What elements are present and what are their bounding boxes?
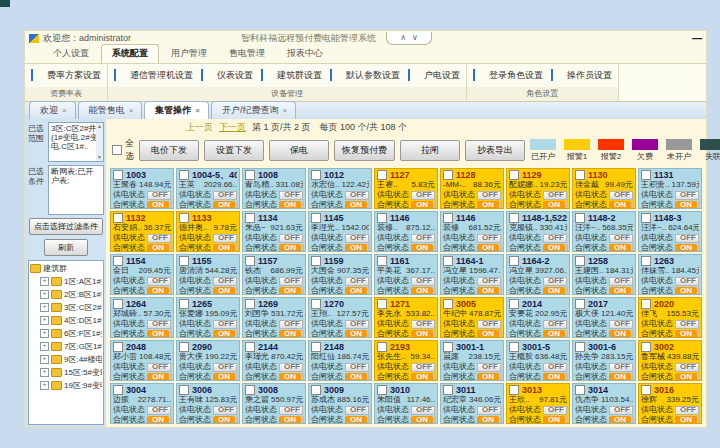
expand-icon[interactable]: + xyxy=(40,381,49,390)
tree-item[interactable]: + 4区:D区1#井(D区 xyxy=(30,315,102,326)
expand-icon[interactable]: + xyxy=(40,342,49,351)
meter-card[interactable]: 2148 阳红仙 186.74元 供电状态 OFF 合闸状态 ON xyxy=(308,340,372,381)
document-tab[interactable]: 开户/纪费查询 × xyxy=(211,101,296,119)
meter-checkbox[interactable] xyxy=(575,213,585,223)
meter-card[interactable]: 2020 佳飞 155.53元 供电状态 OFF 合闸状态 ON xyxy=(638,297,702,338)
meter-checkbox[interactable] xyxy=(509,299,519,309)
ribbon-collapse-control[interactable]: ∧ ∨ xyxy=(386,32,432,45)
meter-checkbox[interactable] xyxy=(179,213,189,223)
on-badge[interactable]: ON xyxy=(543,287,565,296)
meter-card[interactable]: 3014 仇杰争 1103.54.. 供电状态 OFF 合闸状态 ON xyxy=(572,383,636,424)
on-badge[interactable]: ON xyxy=(411,373,433,382)
on-badge[interactable]: ON xyxy=(147,201,169,210)
meter-checkbox[interactable] xyxy=(311,213,321,223)
meter-checkbox[interactable] xyxy=(245,170,255,180)
meter-checkbox[interactable] xyxy=(179,342,189,352)
on-badge[interactable]: ON xyxy=(279,373,301,382)
expand-icon[interactable]: + xyxy=(40,316,49,325)
on-badge[interactable]: ON xyxy=(477,373,499,382)
meter-card[interactable]: 3013 王欣.. 97.81元 供电状态 OFF 合闸状态 ON xyxy=(506,383,570,424)
on-badge[interactable]: ON xyxy=(279,287,301,296)
expand-icon[interactable]: + xyxy=(40,277,49,286)
meter-card[interactable]: 3010 朱阳值 117.46.. 供电状态 OFF 合闸状态 ON xyxy=(374,383,438,424)
meter-card[interactable]: 3008 乘之篇 550.97元 供电状态 OFF 合闸状态 ON xyxy=(242,383,306,424)
meter-card[interactable]: 1132 石安娟.. 36.37元 供电状态 OFF 合闸状态 ON xyxy=(110,211,174,252)
meter-card[interactable]: 1127 王睿.. 5.83元 供电状态 OFF 合闸状态 ON xyxy=(374,168,438,209)
close-icon[interactable]: × xyxy=(283,106,288,115)
on-badge[interactable]: ON xyxy=(543,244,565,253)
on-badge[interactable]: ON xyxy=(147,287,169,296)
meter-checkbox[interactable] xyxy=(509,213,519,223)
meter-card[interactable]: 3001-1 晨露 238.15元 供电状态 OFF 合闸状态 ON xyxy=(440,340,504,381)
meter-checkbox[interactable] xyxy=(377,170,387,180)
meter-card[interactable]: 3005 牛纪中 478.87元 供电状态 OFF 合闸状态 ON xyxy=(440,297,504,338)
meter-checkbox[interactable] xyxy=(641,299,651,309)
on-badge[interactable]: ON xyxy=(147,416,169,425)
meter-checkbox[interactable] xyxy=(377,256,387,266)
meter-checkbox[interactable] xyxy=(443,213,453,223)
meter-card[interactable]: 1003 王聚春 148.94元 供电状态 OFF 合闸状态 ON xyxy=(110,168,174,209)
ribbon-button[interactable]: 费率方案设置 xyxy=(31,69,101,82)
scroll-up-icon[interactable]: ▲ xyxy=(97,124,102,129)
meter-checkbox[interactable] xyxy=(311,385,321,395)
close-icon[interactable]: × xyxy=(195,106,200,115)
menu-tab-3[interactable]: 售电管理 xyxy=(219,45,275,63)
meter-card[interactable]: 1270 王翔.. 127.57元 供电状态 OFF 合闸状态 ON xyxy=(308,297,372,338)
meter-checkbox[interactable] xyxy=(575,299,585,309)
meter-checkbox[interactable] xyxy=(377,342,387,352)
meter-checkbox[interactable] xyxy=(443,385,453,395)
meter-card[interactable]: 3001-5 王概胶 636.48元 供电状态 OFF 合闸状态 ON xyxy=(506,340,570,381)
scroll-down-icon[interactable]: ▼ xyxy=(97,155,102,160)
meter-checkbox[interactable] xyxy=(311,170,321,180)
meter-card[interactable]: 1157 铁杰 686.99元 供电状态 OFF 合闸状态 ON xyxy=(242,254,306,295)
ribbon-button[interactable]: 默认参数设置 xyxy=(330,69,400,82)
on-badge[interactable]: ON xyxy=(411,201,433,210)
on-badge[interactable]: ON xyxy=(345,244,367,253)
meter-card[interactable]: 1012 水宏信.. 122.42元 供电状态 OFF 合闸状态 ON xyxy=(308,168,372,209)
prev-page-link[interactable]: 上一页 xyxy=(186,121,213,134)
meter-checkbox[interactable] xyxy=(245,385,255,395)
expand-icon[interactable]: + xyxy=(40,290,49,299)
tree-item[interactable]: + 1区:A区1#井 xyxy=(30,276,102,287)
meter-checkbox[interactable] xyxy=(443,342,453,352)
meter-card[interactable]: 1271 李先永 533.82.. 供电状态 OFF 合闸状态 ON xyxy=(374,297,438,338)
meter-card[interactable]: 1164-1 冯立星 1596.47.. 供电状态 OFF 合闸状态 ON xyxy=(440,254,504,295)
choose-filter-button[interactable]: 点击选择过滤条件 xyxy=(29,218,103,235)
on-badge[interactable]: ON xyxy=(609,373,631,382)
on-badge[interactable]: ON xyxy=(477,201,499,210)
meter-checkbox[interactable] xyxy=(641,213,651,223)
meter-card[interactable]: 1161 平美花 367.17.. 供电状态 OFF 合闸状态 ON xyxy=(374,254,438,295)
meter-checkbox[interactable] xyxy=(179,385,189,395)
meter-card[interactable]: 1148-2 汪洋~.. 568.35元 供电状态 OFF 合闸状态 ON xyxy=(572,211,636,252)
meter-checkbox[interactable] xyxy=(443,299,453,309)
on-badge[interactable]: ON xyxy=(543,330,565,339)
on-badge[interactable]: ON xyxy=(675,373,697,382)
toolbar-button[interactable]: 抄表导出 xyxy=(465,140,525,161)
meter-checkbox[interactable] xyxy=(113,299,123,309)
on-badge[interactable]: ON xyxy=(675,416,697,425)
meter-card[interactable]: 1128 -MM-.. 88.36元 供电状态 OFF 合闸状态 ON xyxy=(440,168,504,209)
document-tab[interactable]: 集管操作 × xyxy=(144,101,209,119)
meter-checkbox[interactable] xyxy=(245,213,255,223)
on-badge[interactable]: ON xyxy=(477,330,499,339)
meter-checkbox[interactable] xyxy=(113,170,123,180)
on-badge[interactable]: ON xyxy=(543,416,565,425)
meter-card[interactable]: 1130 佳金戴 99.49元 供电状态 OFF 合闸状态 ON xyxy=(572,168,636,209)
meter-checkbox[interactable] xyxy=(509,385,519,395)
meter-checkbox[interactable] xyxy=(311,299,321,309)
meter-checkbox[interactable] xyxy=(311,342,321,352)
meter-card[interactable]: 1134 朱品~ 921.63元 供电状态 OFF 合闸状态 ON xyxy=(242,211,306,252)
meter-card[interactable]: 3001-6 孙先争 283.15元 供电状态 OFF 合闸状态 ON xyxy=(572,340,636,381)
refresh-button[interactable]: 刷新 xyxy=(44,239,88,256)
on-badge[interactable]: ON xyxy=(609,330,631,339)
on-badge[interactable]: ON xyxy=(279,416,301,425)
on-badge[interactable]: ON xyxy=(543,373,565,382)
on-badge[interactable]: ON xyxy=(279,201,301,210)
meter-checkbox[interactable] xyxy=(245,256,255,266)
document-tab[interactable]: 欢迎 × xyxy=(29,101,76,119)
on-badge[interactable]: ON xyxy=(411,244,433,253)
meter-card[interactable]: 1133 德井奥.. 9.78元 供电状态 OFF 合闸状态 ON xyxy=(176,211,240,252)
close-icon[interactable]: × xyxy=(129,106,134,115)
meter-checkbox[interactable] xyxy=(377,385,387,395)
meter-card[interactable]: 1159 大国金 907.35元 供电状态 OFF 合闸状态 ON xyxy=(308,254,372,295)
